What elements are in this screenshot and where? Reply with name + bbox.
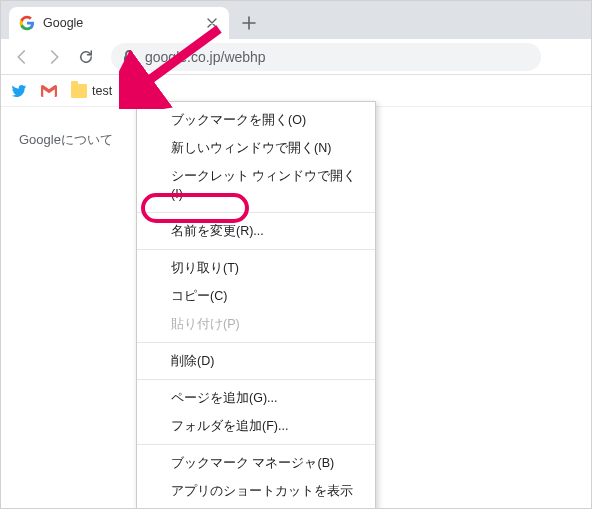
- menu-cut[interactable]: 切り取り(T): [137, 254, 375, 282]
- lock-icon: [123, 50, 137, 64]
- menu-separator: [137, 342, 375, 343]
- folder-icon: [71, 83, 87, 99]
- menu-bookmark-manager[interactable]: ブックマーク マネージャ(B): [137, 449, 375, 477]
- close-tab-icon[interactable]: [205, 16, 219, 30]
- about-google-link[interactable]: Googleについて: [19, 132, 113, 147]
- reload-button[interactable]: [73, 44, 99, 70]
- menu-delete[interactable]: 削除(D): [137, 347, 375, 375]
- forward-button[interactable]: [41, 44, 67, 70]
- browser-tab[interactable]: Google: [9, 7, 229, 39]
- menu-copy[interactable]: コピー(C): [137, 282, 375, 310]
- menu-show-app-shortcut[interactable]: アプリのショートカットを表示: [137, 477, 375, 505]
- menu-separator: [137, 212, 375, 213]
- svg-rect-0: [124, 56, 134, 63]
- menu-separator: [137, 379, 375, 380]
- menu-rename[interactable]: 名前を変更(R)...: [137, 217, 375, 245]
- twitter-icon: [11, 83, 27, 99]
- back-button[interactable]: [9, 44, 35, 70]
- menu-separator: [137, 444, 375, 445]
- gmail-icon: [41, 83, 57, 99]
- menu-separator: [137, 249, 375, 250]
- context-menu: ブックマークを開く(O) 新しいウィンドウで開く(N) シークレット ウィンドウ…: [136, 101, 376, 509]
- url-text: google.co.jp/webhp: [145, 49, 266, 65]
- bookmark-gmail[interactable]: [41, 83, 57, 99]
- google-favicon: [19, 15, 35, 31]
- menu-add-page[interactable]: ページを追加(G)...: [137, 384, 375, 412]
- bookmark-twitter[interactable]: [11, 83, 27, 99]
- new-tab-button[interactable]: [235, 9, 263, 37]
- address-bar[interactable]: google.co.jp/webhp: [111, 43, 541, 71]
- menu-open-new-window[interactable]: 新しいウィンドウで開く(N): [137, 134, 375, 162]
- bookmark-folder-test[interactable]: test: [71, 83, 112, 99]
- bookmark-folder-label: test: [92, 84, 112, 98]
- tab-title: Google: [43, 16, 205, 30]
- menu-show-bookmark-bar[interactable]: ✓ ブックマーク バーを表示(S): [137, 505, 375, 509]
- menu-open-bookmark[interactable]: ブックマークを開く(O): [137, 106, 375, 134]
- menu-add-folder[interactable]: フォルダを追加(F)...: [137, 412, 375, 440]
- tab-strip: Google: [1, 1, 591, 39]
- toolbar: google.co.jp/webhp: [1, 39, 591, 75]
- menu-paste: 貼り付け(P): [137, 310, 375, 338]
- menu-open-incognito[interactable]: シークレット ウィンドウで開く(I): [137, 162, 375, 208]
